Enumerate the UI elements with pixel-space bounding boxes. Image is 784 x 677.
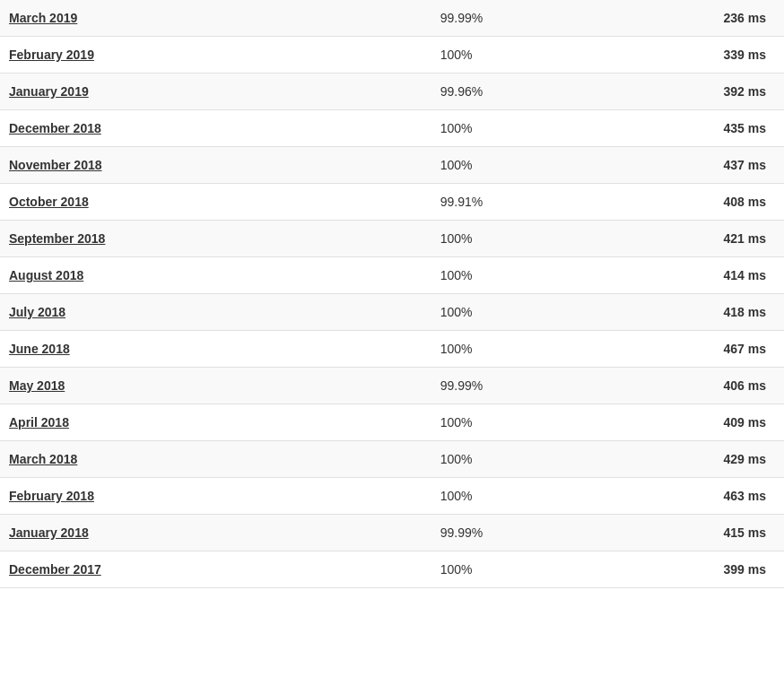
table-row: April 2018100%409 ms: [0, 404, 784, 441]
month-link[interactable]: March 2019: [9, 11, 77, 25]
month-link[interactable]: June 2018: [9, 342, 70, 356]
uptime-percentage: 100%: [431, 147, 588, 184]
table-row: December 2018100%435 ms: [0, 110, 784, 147]
table-row: January 201999.96%392 ms: [0, 74, 784, 110]
uptime-percentage: 100%: [431, 110, 588, 147]
month-link[interactable]: January 2018: [9, 525, 89, 540]
response-time: 418 ms: [588, 294, 784, 331]
table-row: October 201899.91%408 ms: [0, 184, 784, 221]
table-row: May 201899.99%406 ms: [0, 368, 784, 404]
uptime-percentage: 100%: [431, 257, 588, 294]
table-row: July 2018100%418 ms: [0, 294, 784, 331]
table-row: February 2019100%339 ms: [0, 37, 784, 74]
table-row: September 2018100%421 ms: [0, 221, 784, 257]
uptime-percentage: 100%: [431, 331, 588, 368]
uptime-percentage: 99.91%: [431, 184, 588, 221]
uptime-percentage: 100%: [431, 37, 588, 74]
uptime-percentage: 99.99%: [431, 515, 588, 551]
table-row: August 2018100%414 ms: [0, 257, 784, 294]
month-link[interactable]: December 2017: [9, 562, 101, 577]
month-link[interactable]: August 2018: [9, 268, 83, 282]
table-row: January 201899.99%415 ms: [0, 515, 784, 551]
response-time: 414 ms: [588, 257, 784, 294]
uptime-percentage: 99.96%: [431, 74, 588, 110]
table-row: November 2018100%437 ms: [0, 147, 784, 184]
table-row: February 2018100%463 ms: [0, 478, 784, 515]
response-time: 429 ms: [588, 441, 784, 478]
response-time: 409 ms: [588, 404, 784, 441]
month-link[interactable]: September 2018: [9, 231, 105, 246]
uptime-percentage: 100%: [431, 221, 588, 257]
response-time: 339 ms: [588, 37, 784, 74]
response-time: 406 ms: [588, 368, 784, 404]
table-row: March 201999.99%236 ms: [0, 0, 784, 37]
table-row: June 2018100%467 ms: [0, 331, 784, 368]
uptime-percentage: 100%: [431, 404, 588, 441]
month-link[interactable]: February 2019: [9, 48, 94, 62]
response-time: 392 ms: [588, 74, 784, 110]
response-time: 463 ms: [588, 478, 784, 515]
month-link[interactable]: January 2019: [9, 84, 89, 99]
month-link[interactable]: February 2018: [9, 489, 94, 503]
response-time: 408 ms: [588, 184, 784, 221]
uptime-history-table: March 201999.99%236 msFebruary 2019100%3…: [0, 0, 784, 588]
month-link[interactable]: May 2018: [9, 378, 65, 393]
response-time: 421 ms: [588, 221, 784, 257]
uptime-percentage: 100%: [431, 551, 588, 588]
month-link[interactable]: October 2018: [9, 195, 89, 209]
response-time: 437 ms: [588, 147, 784, 184]
uptime-percentage: 99.99%: [431, 0, 588, 37]
response-time: 467 ms: [588, 331, 784, 368]
month-link[interactable]: April 2018: [9, 415, 69, 430]
response-time: 399 ms: [588, 551, 784, 588]
month-link[interactable]: December 2018: [9, 121, 101, 135]
uptime-percentage: 99.99%: [431, 368, 588, 404]
table-row: March 2018100%429 ms: [0, 441, 784, 478]
uptime-percentage: 100%: [431, 441, 588, 478]
response-time: 415 ms: [588, 515, 784, 551]
month-link[interactable]: March 2018: [9, 452, 77, 466]
table-row: December 2017100%399 ms: [0, 551, 784, 588]
month-link[interactable]: November 2018: [9, 158, 102, 172]
uptime-percentage: 100%: [431, 294, 588, 331]
uptime-percentage: 100%: [431, 478, 588, 515]
response-time: 435 ms: [588, 110, 784, 147]
month-link[interactable]: July 2018: [9, 305, 65, 319]
response-time: 236 ms: [588, 0, 784, 37]
